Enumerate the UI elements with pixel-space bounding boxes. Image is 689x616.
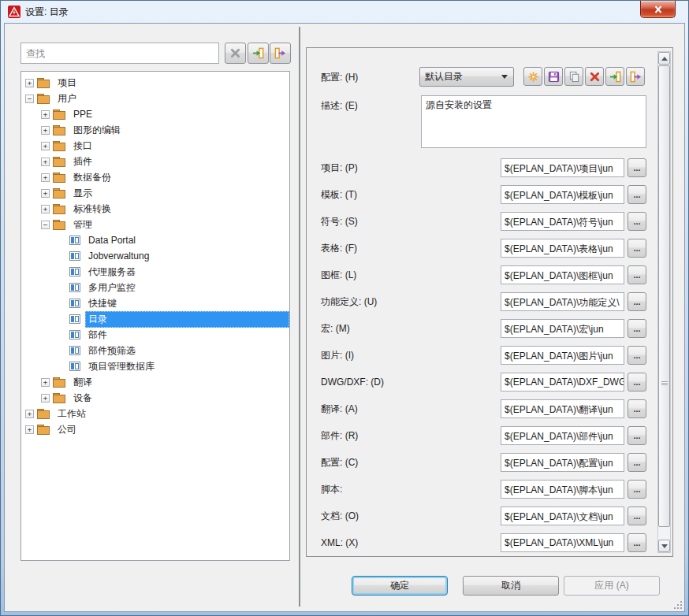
path-input[interactable]: $(EPLAN_DATA)\翻译\jun xyxy=(501,399,624,418)
browse-button[interactable]: ... xyxy=(628,346,646,365)
close-button[interactable] xyxy=(640,1,676,18)
tree-expander-icon[interactable]: + xyxy=(41,205,50,213)
browse-button[interactable]: ... xyxy=(628,292,646,311)
tree-expander-icon[interactable]: − xyxy=(41,221,50,229)
copy-scheme-button[interactable] xyxy=(564,67,583,86)
resize-grip[interactable] xyxy=(674,601,682,609)
tree-expander-icon[interactable]: + xyxy=(41,394,50,403)
browse-button[interactable]: ... xyxy=(628,399,646,418)
apply-button[interactable]: 应用 (A) xyxy=(564,576,660,596)
path-input[interactable]: $(EPLAN_DATA)\图框\jun xyxy=(501,265,624,284)
tree-item[interactable]: − 用户 xyxy=(21,91,289,106)
import-scheme-button[interactable] xyxy=(605,67,624,86)
directories-group: 配置: (H) 默认目录 xyxy=(306,47,673,557)
search-input[interactable] xyxy=(20,43,219,64)
tree-item[interactable]: 部件预筛选 xyxy=(21,343,289,358)
tree-item[interactable]: + 图形的编辑 xyxy=(21,122,289,138)
tree-expander-icon[interactable]: + xyxy=(41,173,50,182)
tree-item[interactable]: Jobverwaltung xyxy=(21,248,289,264)
browse-button[interactable]: ... xyxy=(628,507,646,525)
tree-expander-icon[interactable]: + xyxy=(41,189,50,198)
chevron-down-icon xyxy=(501,75,508,79)
browse-button[interactable]: ... xyxy=(628,158,646,177)
path-input[interactable]: $(EPLAN_DATA)\功能定义\ xyxy=(501,292,624,311)
vertical-scrollbar[interactable] xyxy=(657,51,671,553)
path-input[interactable]: $(EPLAN_DATA)\项目\jun xyxy=(501,158,624,177)
path-input[interactable]: $(EPLAN_DATA)\配置\jun xyxy=(501,453,624,472)
tree-item[interactable]: + 插件 xyxy=(21,154,289,169)
panel-splitter[interactable] xyxy=(299,27,300,607)
export-scheme-button[interactable] xyxy=(626,67,645,86)
browse-button[interactable]: ... xyxy=(628,480,646,499)
save-scheme-button[interactable] xyxy=(544,67,563,86)
path-input[interactable]: $(EPLAN_DATA)\脚本\jun xyxy=(501,480,624,499)
tree-item[interactable]: + 翻译 xyxy=(21,374,289,390)
tree-item[interactable]: + 项目 xyxy=(21,75,289,91)
tree-item-label: 工作站 xyxy=(54,406,89,422)
folder-icon xyxy=(53,220,65,230)
tree-item[interactable]: 快捷键 xyxy=(21,295,289,311)
browse-button[interactable]: ... xyxy=(628,185,646,204)
tree-item[interactable]: + PPE xyxy=(21,106,289,122)
tree-item[interactable]: + 数据备份 xyxy=(21,169,289,185)
path-input[interactable]: $(EPLAN_DATA)\宏\jun xyxy=(501,319,624,338)
browse-button[interactable]: ... xyxy=(628,533,646,552)
tree-expander-icon[interactable]: − xyxy=(25,95,34,103)
tree-expander-icon[interactable]: + xyxy=(25,425,34,434)
tree-item-label: 多用户监控 xyxy=(85,280,139,296)
export-arrow-icon xyxy=(274,47,286,59)
directory-field-row: 部件: (R) $(EPLAN_DATA)\部件\jun ... xyxy=(321,426,648,445)
path-input[interactable]: $(EPLAN_DATA)\模板\jun xyxy=(501,185,624,204)
browse-button[interactable]: ... xyxy=(628,453,646,472)
delete-scheme-button[interactable] xyxy=(585,67,604,86)
tree-item[interactable]: + 设备 xyxy=(21,390,289,406)
tree-expander-icon[interactable]: + xyxy=(25,410,34,418)
settings-tree[interactable]: + 项目 − 用户 + PPE + 图形的编辑 xyxy=(20,71,290,561)
path-input[interactable]: $(EPLAN_DATA)\文档\jun xyxy=(501,507,624,525)
tree-item[interactable]: 项目管理数据库 xyxy=(21,358,289,374)
settings-import-button[interactable] xyxy=(248,43,269,64)
tree-expander-icon[interactable]: + xyxy=(41,158,50,166)
browse-button[interactable]: ... xyxy=(628,373,646,391)
browse-button[interactable]: ... xyxy=(628,319,646,338)
path-input[interactable]: $(EPLAN_DATA)\图片\jun xyxy=(501,346,624,365)
tree-expander-icon[interactable]: + xyxy=(41,378,50,387)
tree-item[interactable]: + 公司 xyxy=(21,421,289,437)
scroll-up-button[interactable] xyxy=(658,52,670,65)
config-scheme-select[interactable]: 默认目录 xyxy=(419,67,514,87)
tree-item[interactable]: + 显示 xyxy=(21,185,289,201)
path-input[interactable]: $(EPLAN_DATA)\表格\jun xyxy=(501,239,624,258)
cancel-button[interactable]: 取消 xyxy=(463,576,559,596)
tree-item[interactable]: + 工作站 xyxy=(21,406,289,421)
scroll-thumb[interactable] xyxy=(658,65,670,527)
browse-button[interactable]: ... xyxy=(628,212,646,231)
tree-item[interactable]: + 标准转换 xyxy=(21,201,289,217)
tree-item[interactable]: − 管理 xyxy=(21,217,289,232)
path-input[interactable]: $(EPLAN_DATA)\符号\jun xyxy=(501,212,624,231)
tree-item[interactable]: 代理服务器 xyxy=(21,264,289,280)
tree-item[interactable]: 目录 xyxy=(21,311,289,327)
new-scheme-button[interactable] xyxy=(523,67,542,86)
tree-item[interactable]: + 接口 xyxy=(21,138,289,154)
tree-item[interactable]: 多用户监控 xyxy=(21,280,289,295)
tree-item[interactable]: 部件 xyxy=(21,327,289,343)
path-input[interactable]: $(EPLAN_DATA)\DXF_DWG xyxy=(501,373,624,391)
browse-button[interactable]: ... xyxy=(628,265,646,284)
directory-field-row: 功能定义: (U) $(EPLAN_DATA)\功能定义\ ... xyxy=(321,292,648,311)
tree-item[interactable]: Data Portal xyxy=(21,232,289,248)
tree-expander-icon[interactable]: + xyxy=(41,110,50,119)
scroll-down-button[interactable] xyxy=(658,540,670,552)
path-input[interactable]: $(EPLAN_DATA)\XML\jun xyxy=(501,533,624,552)
browse-button[interactable]: ... xyxy=(628,239,646,258)
description-input[interactable]: 源自安装的设置 xyxy=(421,95,646,148)
tree-expander-icon[interactable]: + xyxy=(41,142,50,150)
field-label: DWG/DXF: (D) xyxy=(321,377,501,388)
scheme-toolbar xyxy=(523,67,645,86)
ok-button[interactable]: 确定 xyxy=(352,576,448,596)
browse-button[interactable]: ... xyxy=(628,426,646,445)
path-input[interactable]: $(EPLAN_DATA)\部件\jun xyxy=(501,426,624,445)
tree-expander-icon[interactable]: + xyxy=(25,79,34,87)
tree-expander-icon[interactable]: + xyxy=(41,126,50,135)
settings-export-button[interactable] xyxy=(270,43,291,64)
clear-search-button[interactable] xyxy=(225,43,246,64)
